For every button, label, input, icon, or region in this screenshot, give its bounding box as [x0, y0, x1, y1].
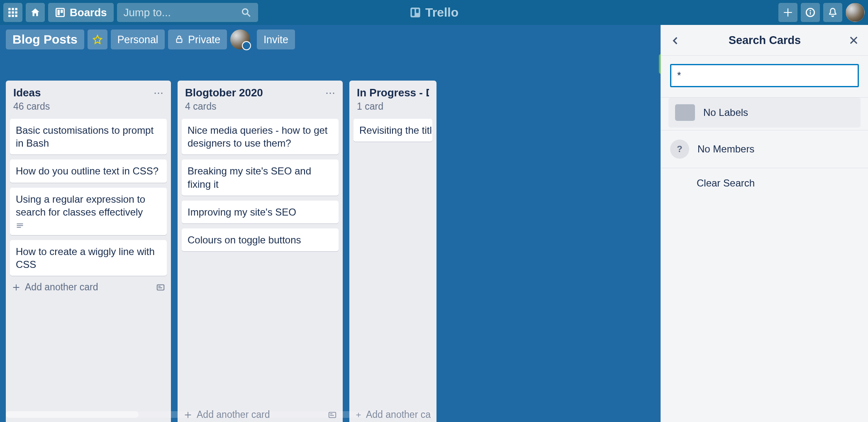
invite-label: Invite: [263, 34, 288, 46]
svg-rect-4: [12, 11, 14, 13]
visibility-label: Private: [188, 34, 220, 46]
panel-title: Search Cards: [729, 34, 801, 47]
card[interactable]: Breaking my site's SEO and fixing it: [182, 159, 339, 195]
svg-rect-8: [15, 15, 17, 17]
boards-label: Boards: [70, 6, 107, 19]
add-card-label: Add another card: [25, 282, 98, 293]
lock-icon: [175, 35, 184, 44]
back-icon[interactable]: [670, 35, 681, 46]
invite-button[interactable]: Invite: [257, 29, 295, 49]
card-text: How to create a wiggly line with CSS: [16, 246, 155, 270]
workspace-label: Personal: [117, 34, 158, 46]
svg-rect-0: [8, 8, 10, 10]
svg-rect-5: [15, 11, 17, 13]
workspace-chip[interactable]: Personal: [111, 29, 165, 49]
list-title[interactable]: Blogtober 2020: [185, 86, 263, 99]
clear-search-button[interactable]: Clear Search: [670, 168, 859, 198]
question-icon: ?: [670, 140, 689, 159]
card-text: Basic customisations to prompt in Bash: [16, 125, 154, 149]
board-title[interactable]: Blog Posts: [6, 29, 84, 49]
svg-rect-16: [416, 9, 419, 13]
card-text: How do you outline text in CSS?: [16, 165, 158, 177]
svg-rect-22: [17, 225, 23, 226]
topbar: Boards Jump to... Trello: [0, 0, 868, 25]
add-card-button[interactable]: Add another card: [12, 282, 98, 293]
list-menu-icon[interactable]: ⋯: [154, 87, 163, 99]
list-menu-icon[interactable]: ⋯: [325, 87, 335, 99]
scrollbar-thumb[interactable]: [6, 411, 139, 418]
card[interactable]: Colours on toggle buttons: [182, 228, 339, 251]
brand-logo: Trello: [410, 5, 458, 20]
star-button[interactable]: [88, 29, 107, 49]
card[interactable]: How to create a wiggly line with CSS: [10, 240, 167, 276]
brand-text: Trello: [425, 5, 458, 20]
plus-icon: [12, 283, 21, 292]
clear-search-label: Clear Search: [697, 177, 859, 189]
info-icon: [805, 7, 816, 18]
bell-icon: [827, 7, 838, 18]
card-text: Colours on toggle buttons: [188, 234, 301, 245]
list-count: 46 cards: [13, 101, 163, 112]
card-text: Improving my site's SEO: [188, 206, 296, 218]
member-avatar[interactable]: [230, 29, 250, 49]
list-count: 4 cards: [185, 101, 335, 112]
horizontal-scrollbar[interactable]: [6, 411, 433, 418]
search-cards-panel: Search Cards ✕ No Labels ? No Members Cl…: [661, 25, 868, 422]
plus-icon: [783, 7, 793, 18]
svg-rect-7: [12, 15, 14, 17]
filter-label: No Labels: [703, 107, 748, 118]
card[interactable]: Nice media queries - how to get designer…: [182, 119, 339, 155]
notifications-button[interactable]: [823, 3, 842, 22]
filter-label: No Members: [697, 143, 754, 155]
svg-line-13: [247, 14, 250, 17]
card[interactable]: Basic customisations to prompt in Bash: [10, 119, 167, 155]
list-in-progress: In Progress - Draft 1 card Revisiting th…: [349, 81, 436, 422]
svg-rect-2: [15, 8, 17, 10]
search-icon: [241, 7, 251, 18]
list-ideas: Ideas ⋯ 46 cards Basic customisations to…: [6, 81, 171, 422]
user-avatar[interactable]: [846, 3, 865, 22]
svg-rect-10: [58, 10, 60, 15]
list-blogtober: Blogtober 2020 ⋯ 4 cards Nice media quer…: [178, 81, 343, 422]
card-text: Nice media queries - how to get designer…: [188, 125, 328, 149]
card-text: Using a regular expression to search for…: [16, 194, 145, 218]
template-icon[interactable]: [156, 283, 165, 292]
star-icon: [92, 34, 103, 45]
svg-rect-23: [17, 227, 21, 228]
card-text: Breaking my site's SEO and fixing it: [188, 165, 311, 189]
close-icon[interactable]: ✕: [848, 33, 859, 48]
visibility-chip[interactable]: Private: [168, 29, 227, 49]
svg-rect-11: [61, 10, 63, 13]
svg-point-12: [242, 9, 248, 14]
svg-rect-20: [177, 39, 182, 42]
card[interactable]: Revisiting the title a: [354, 119, 432, 142]
list-title[interactable]: In Progress - Draft: [357, 86, 429, 99]
card[interactable]: How do you outline text in CSS?: [10, 159, 167, 182]
create-button[interactable]: [778, 3, 797, 22]
svg-point-18: [809, 10, 811, 11]
svg-rect-26: [158, 287, 162, 288]
svg-rect-14: [410, 7, 420, 17]
home-icon[interactable]: [26, 3, 45, 22]
search-cards-input[interactable]: [670, 64, 859, 87]
filter-no-labels[interactable]: No Labels: [668, 98, 861, 128]
jump-to-search[interactable]: Jump to...: [117, 3, 258, 22]
svg-rect-9: [56, 8, 64, 17]
boards-button[interactable]: Boards: [48, 3, 114, 22]
svg-rect-1: [12, 8, 14, 10]
info-button[interactable]: [801, 3, 820, 22]
card-text: Revisiting the title a: [359, 125, 432, 136]
card[interactable]: Using a regular expression to search for…: [10, 188, 167, 235]
svg-rect-25: [158, 286, 161, 287]
apps-icon[interactable]: [3, 3, 22, 22]
svg-rect-15: [412, 9, 414, 16]
description-icon: [16, 222, 161, 230]
svg-rect-6: [8, 15, 10, 17]
list-count: 1 card: [357, 101, 429, 112]
svg-rect-21: [17, 223, 23, 224]
jump-to-label: Jump to...: [124, 6, 241, 19]
filter-no-members[interactable]: ? No Members: [670, 130, 859, 168]
list-title[interactable]: Ideas: [13, 86, 41, 99]
card[interactable]: Improving my site's SEO: [182, 201, 339, 223]
svg-rect-19: [810, 12, 811, 15]
